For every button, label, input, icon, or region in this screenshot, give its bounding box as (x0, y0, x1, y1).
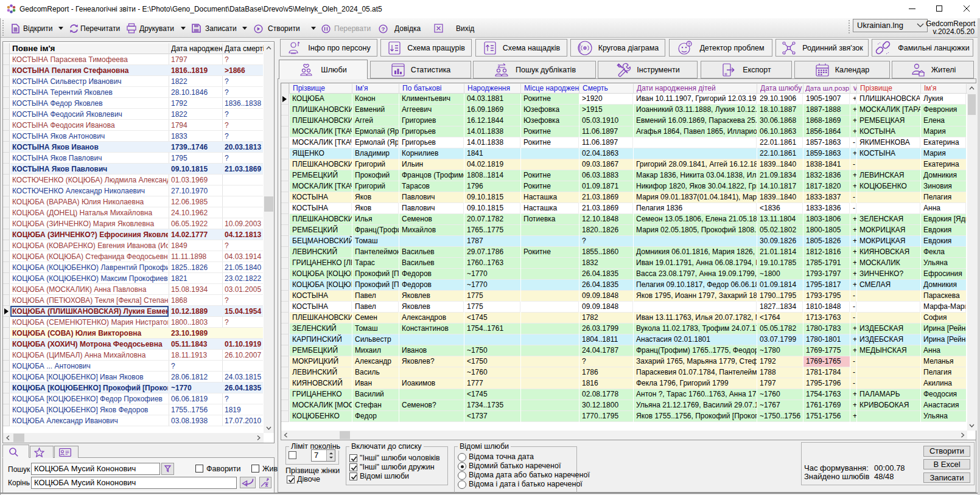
svg-text:?: ? (688, 42, 690, 46)
svg-text:?: ? (382, 26, 385, 32)
